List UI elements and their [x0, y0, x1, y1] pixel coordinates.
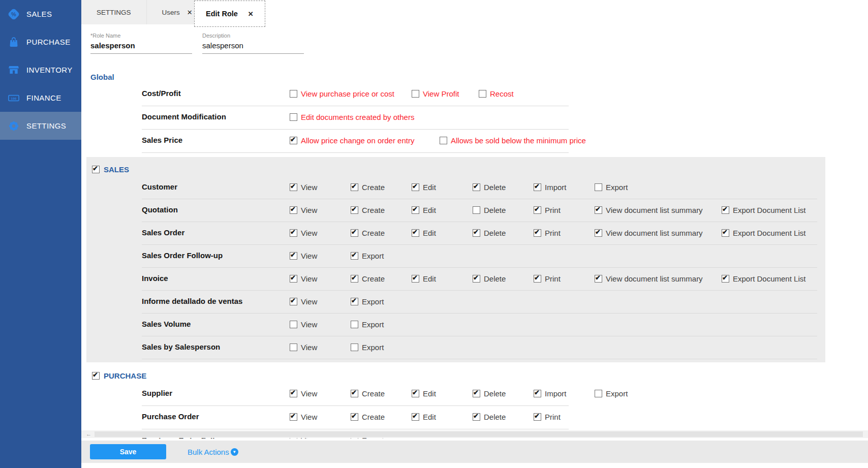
sales-order-edit-checkbox[interactable]: Edit [412, 229, 436, 237]
checkbox-checked[interactable] [290, 229, 297, 237]
checkbox-checked[interactable] [595, 275, 602, 283]
sales-order-create-checkbox[interactable]: Create [351, 229, 385, 237]
invoice-view-document-list-summary-checkbox[interactable]: View document list summary [595, 274, 703, 283]
tab-settings[interactable]: SETTINGS [81, 0, 147, 24]
supplier-export-checkbox[interactable]: Export [595, 389, 628, 398]
supplier-edit-checkbox[interactable]: Edit [412, 389, 436, 398]
checkbox-checked[interactable] [351, 252, 358, 260]
customer-create-checkbox[interactable]: Create [351, 183, 385, 192]
checkbox-checked[interactable] [290, 252, 297, 260]
invoice-print-checkbox[interactable]: Print [534, 274, 561, 283]
invoice-view-checkbox[interactable]: View [290, 274, 317, 283]
checkbox-unchecked[interactable] [351, 321, 358, 328]
horizontal-scrollbar[interactable]: ← [81, 430, 868, 438]
checkbox-checked[interactable] [534, 206, 541, 214]
checkbox-unchecked[interactable] [595, 183, 602, 191]
supplier-create-checkbox[interactable]: Create [351, 389, 385, 398]
customer-import-checkbox[interactable]: Import [534, 183, 567, 192]
invoice-delete-checkbox[interactable]: Delete [473, 274, 506, 283]
checkbox-checked[interactable] [351, 229, 358, 237]
sales-order-follow-up-export-checkbox[interactable]: Export [351, 252, 384, 260]
sidebar-item-inventory[interactable]: INVENTORY [0, 56, 81, 84]
sales-by-salesperson-export-checkbox[interactable]: Export [351, 343, 384, 352]
checkbox-unchecked[interactable] [290, 90, 297, 98]
supplier-delete-checkbox[interactable]: Delete [473, 389, 506, 398]
sales-order-export-document-list-checkbox[interactable]: Export Document List [722, 229, 805, 237]
customer-view-checkbox[interactable]: View [290, 183, 317, 192]
checkbox-checked[interactable] [473, 229, 480, 237]
invoice-edit-checkbox[interactable]: Edit [412, 274, 436, 283]
bulk-actions-button[interactable]: Bulk Actions ▼ [188, 448, 238, 456]
checkbox-checked[interactable] [473, 390, 480, 397]
checkbox-unchecked[interactable] [479, 90, 486, 98]
sidebar-item-sales[interactable]: %SALES [0, 0, 81, 28]
purchase-order-edit-checkbox[interactable]: Edit [412, 413, 436, 421]
checkbox-checked[interactable] [412, 390, 419, 397]
checkbox-checked[interactable] [722, 206, 729, 214]
checkbox-checked[interactable] [290, 206, 297, 214]
sales-order-delete-checkbox[interactable]: Delete [473, 229, 506, 237]
purchase-order-delete-checkbox[interactable]: Delete [473, 413, 506, 421]
sidebar-item-settings[interactable]: SETTINGS [0, 112, 81, 140]
scroll-left-arrow-icon[interactable]: ← [86, 431, 91, 437]
quotation-print-checkbox[interactable]: Print [534, 206, 561, 214]
checkbox-unchecked[interactable] [290, 344, 297, 351]
checkbox-unchecked[interactable] [473, 206, 480, 214]
close-icon[interactable]: ✕ [187, 9, 193, 16]
sales-price-allow-price-change-on-order-entry-checkbox[interactable]: Allow price change on order entry [290, 136, 414, 145]
checkbox-checked[interactable] [351, 298, 358, 305]
checkbox-checked[interactable] [473, 413, 480, 421]
close-icon[interactable]: ✕ [248, 10, 254, 18]
supplier-view-checkbox[interactable]: View [290, 389, 317, 398]
description-input[interactable]: salesperson [202, 39, 304, 54]
informe-detallado-de-ventas-export-checkbox[interactable]: Export [351, 297, 384, 306]
checkbox-unchecked[interactable] [290, 321, 297, 328]
sidebar-item-finance[interactable]: 100FINANCE [0, 84, 81, 112]
checkbox-unchecked[interactable] [595, 390, 602, 397]
sales-volume-view-checkbox[interactable]: View [290, 320, 317, 329]
sales-section-checkbox-checked[interactable] [92, 166, 100, 173]
invoice-export-document-list-checkbox[interactable]: Export Document List [722, 274, 805, 283]
checkbox-checked[interactable] [595, 206, 602, 214]
role-name-input[interactable]: salesperson [90, 39, 192, 54]
cost-profit-recost-checkbox[interactable]: Recost [479, 89, 514, 98]
scrollbar-thumb[interactable] [95, 431, 863, 437]
checkbox-checked[interactable] [722, 229, 729, 237]
checkbox-checked[interactable] [351, 413, 358, 421]
checkbox-checked[interactable] [290, 183, 297, 191]
checkbox-checked[interactable] [290, 275, 297, 283]
sales-price-allows-be-sold-below-the-minimum-price-checkbox[interactable]: Allows be sold below the minimum price [440, 136, 586, 145]
purchase-order-print-checkbox[interactable]: Print [534, 413, 561, 421]
checkbox-checked[interactable] [412, 413, 419, 421]
cost-profit-view-purchase-price-or-cost-checkbox[interactable]: View purchase price or cost [290, 89, 394, 98]
checkbox-checked[interactable] [534, 413, 541, 421]
checkbox-checked[interactable] [412, 206, 419, 214]
checkbox-checked[interactable] [351, 275, 358, 283]
checkbox-unchecked[interactable] [440, 137, 447, 144]
checkbox-checked[interactable] [290, 137, 297, 144]
sales-order-view-checkbox[interactable]: View [290, 229, 317, 237]
customer-export-checkbox[interactable]: Export [595, 183, 628, 192]
checkbox-checked[interactable] [412, 183, 419, 191]
checkbox-unchecked[interactable] [351, 344, 358, 351]
purchase-order-create-checkbox[interactable]: Create [351, 413, 385, 421]
checkbox-checked[interactable] [595, 229, 602, 237]
sales-by-salesperson-view-checkbox[interactable]: View [290, 343, 317, 352]
checkbox-checked[interactable] [351, 206, 358, 214]
checkbox-checked[interactable] [351, 390, 358, 397]
save-button[interactable]: Save [90, 444, 166, 459]
checkbox-checked[interactable] [412, 275, 419, 283]
informe-detallado-de-ventas-view-checkbox[interactable]: View [290, 297, 317, 306]
sales-order-follow-up-view-checkbox[interactable]: View [290, 252, 317, 260]
checkbox-checked[interactable] [473, 275, 480, 283]
sales-order-print-checkbox[interactable]: Print [534, 229, 561, 237]
quotation-view-checkbox[interactable]: View [290, 206, 317, 214]
checkbox-checked[interactable] [534, 390, 541, 397]
checkbox-checked[interactable] [351, 183, 358, 191]
invoice-create-checkbox[interactable]: Create [351, 274, 385, 283]
checkbox-checked[interactable] [722, 275, 729, 283]
quotation-view-document-list-summary-checkbox[interactable]: View document list summary [595, 206, 703, 214]
checkbox-unchecked[interactable] [412, 90, 419, 98]
checkbox-checked[interactable] [290, 413, 297, 421]
checkbox-checked[interactable] [473, 183, 480, 191]
